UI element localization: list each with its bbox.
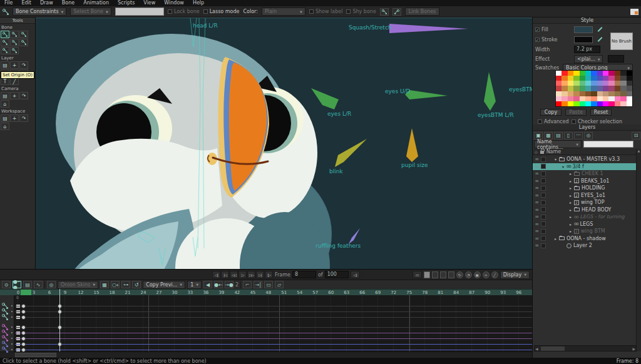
expand-arrow-icon[interactable]: ▸ bbox=[570, 208, 574, 212]
translate-bone-icon[interactable] bbox=[10, 31, 19, 38]
bind-layer-icon[interactable] bbox=[19, 39, 28, 46]
keyframe[interactable] bbox=[21, 325, 26, 330]
layer-animated-visibility-icon[interactable]: ∞ bbox=[533, 221, 541, 227]
palette-swatch[interactable] bbox=[568, 91, 573, 96]
palette-swatch[interactable] bbox=[568, 71, 573, 76]
palette-swatch[interactable] bbox=[585, 101, 591, 106]
palette-swatch[interactable] bbox=[556, 71, 562, 76]
expand-arrow-icon[interactable]: ▸ bbox=[570, 222, 574, 226]
keyframe[interactable] bbox=[21, 315, 26, 320]
roll-camera-icon[interactable]: ↷ bbox=[19, 92, 28, 99]
copy-previous-dropdown[interactable]: Copy Previ...▼ bbox=[143, 281, 185, 289]
palette-swatch[interactable] bbox=[556, 76, 562, 81]
layer-checkbox[interactable] bbox=[541, 229, 546, 234]
follow-path-icon[interactable]: ↷ bbox=[19, 61, 28, 69]
layer-animated-visibility-icon[interactable]: ∞ bbox=[533, 207, 541, 213]
shy-bone-checkbox[interactable]: Shy bone bbox=[346, 9, 376, 14]
palette-swatch[interactable] bbox=[562, 86, 567, 91]
palette-swatch[interactable] bbox=[627, 101, 632, 106]
play-reverse-loop-button[interactable]: ◁| bbox=[212, 271, 220, 278]
layer-row[interactable]: ∞▸HOLDING bbox=[533, 185, 637, 192]
width-field[interactable]: 7.2 px bbox=[574, 46, 600, 53]
palette-swatch[interactable] bbox=[603, 86, 608, 91]
expand-arrow-icon[interactable]: ▸ bbox=[570, 193, 574, 198]
stroke-color-swatch[interactable] bbox=[574, 36, 593, 43]
filter-mode-dropdown[interactable]: Name contains...▼ bbox=[534, 140, 582, 148]
edit-mode-icon[interactable]: ╱ bbox=[491, 271, 498, 278]
menu-view[interactable]: View bbox=[139, 0, 160, 6]
palette-swatch[interactable] bbox=[620, 91, 626, 96]
palette-swatch[interactable] bbox=[615, 101, 620, 106]
palette-swatch[interactable] bbox=[573, 76, 579, 81]
layers-horizontal-scrollbar[interactable]: ◀▶ bbox=[534, 345, 637, 351]
layer-row[interactable]: ∞▾OONA - MASTER v3.3 bbox=[533, 156, 637, 163]
palette-swatch[interactable] bbox=[603, 81, 608, 86]
layer-animated-visibility-icon[interactable]: ∞ bbox=[533, 178, 541, 184]
palette-swatch[interactable] bbox=[597, 71, 603, 76]
palette-swatch[interactable] bbox=[580, 81, 585, 86]
scroll-left-icon[interactable]: ◀ bbox=[535, 346, 538, 351]
palette-swatch[interactable] bbox=[573, 81, 579, 86]
play-button[interactable]: ▷ bbox=[238, 271, 247, 278]
layer-filter-input[interactable] bbox=[583, 141, 633, 148]
track-camera-icon[interactable]: ▤ bbox=[1, 92, 9, 99]
palette-swatch[interactable] bbox=[591, 86, 597, 91]
safe-frame-icon[interactable]: ▣ bbox=[474, 271, 481, 278]
mute-audio-icon[interactable]: ◁) bbox=[351, 271, 360, 278]
collapse-all-icon[interactable]: ⊡ bbox=[632, 132, 640, 139]
palette-swatch[interactable] bbox=[597, 76, 603, 81]
palette-swatch[interactable] bbox=[562, 91, 567, 96]
image-sequence-icon[interactable]: ▭ bbox=[264, 281, 273, 288]
palette-swatch[interactable] bbox=[591, 101, 597, 106]
palette-swatch[interactable] bbox=[562, 101, 567, 106]
palette-swatch[interactable] bbox=[573, 96, 579, 101]
keyframe[interactable] bbox=[21, 310, 26, 314]
advanced-checkbox[interactable]: Advanced bbox=[538, 119, 569, 124]
expand-arrow-icon[interactable]: ▸ bbox=[570, 229, 574, 233]
scale-bone-icon[interactable] bbox=[1, 39, 9, 46]
timeline-scrollbar[interactable] bbox=[0, 351, 532, 358]
palette-swatch[interactable] bbox=[591, 81, 597, 86]
layer-row[interactable]: ∞▾oo3/4 f bbox=[533, 163, 637, 171]
bone-name-field[interactable] bbox=[115, 8, 164, 16]
menu-draw[interactable]: Draw bbox=[36, 0, 58, 6]
palette-swatch[interactable] bbox=[627, 76, 632, 81]
palette-swatch[interactable] bbox=[608, 101, 614, 106]
palette-swatch[interactable] bbox=[603, 76, 608, 81]
stroke-checkbox[interactable]: ✓Stroke bbox=[535, 37, 558, 43]
select-bone-icon[interactable] bbox=[1, 31, 9, 38]
palette-swatch[interactable] bbox=[562, 96, 567, 101]
keyframe-frame0[interactable] bbox=[16, 310, 20, 313]
current-frame-field[interactable]: 8 bbox=[292, 271, 316, 278]
palette-swatch[interactable] bbox=[568, 76, 573, 81]
keyframe[interactable] bbox=[21, 348, 26, 352]
onion-view-icon[interactable]: ◔ bbox=[465, 271, 472, 278]
palette-swatch[interactable] bbox=[608, 96, 614, 101]
more-options-icon[interactable]: ··· bbox=[574, 132, 583, 139]
keyframe[interactable] bbox=[21, 342, 26, 346]
layer-animated-visibility-icon[interactable]: ∞ bbox=[533, 243, 541, 248]
expand-arrow-icon[interactable]: ▾ bbox=[562, 164, 567, 169]
palette-swatch[interactable] bbox=[585, 71, 591, 76]
palette-swatch[interactable] bbox=[568, 86, 573, 91]
menu-bone[interactable]: Bone bbox=[58, 0, 79, 6]
palette-swatch[interactable] bbox=[615, 96, 620, 101]
fill-color-swatch[interactable] bbox=[574, 26, 593, 33]
layer-row[interactable]: ∞▸2wing TOP bbox=[533, 199, 637, 206]
palette-swatch[interactable] bbox=[597, 101, 603, 106]
palette-swatch[interactable] bbox=[620, 96, 626, 101]
bone-eyes-lr[interactable] bbox=[311, 88, 339, 109]
keyframe[interactable] bbox=[21, 331, 26, 335]
layer-checkbox[interactable] bbox=[541, 193, 546, 198]
bone-ruffling-feathers[interactable] bbox=[349, 228, 360, 244]
palette-swatch[interactable] bbox=[608, 81, 614, 86]
scrollbar-thumb[interactable] bbox=[15, 353, 56, 357]
palette-swatch[interactable] bbox=[627, 86, 632, 91]
layer-checkbox[interactable] bbox=[541, 178, 546, 183]
loop-icon[interactable]: ∞ bbox=[483, 271, 490, 278]
expand-arrow-icon[interactable]: ▸ bbox=[570, 179, 574, 183]
layer-row[interactable]: ∞▸OONA - shadow bbox=[533, 235, 637, 243]
timeline-tracks[interactable]: 0 bbox=[0, 295, 532, 351]
keyframe-frame0[interactable] bbox=[16, 348, 20, 351]
menu-animation[interactable]: Animation bbox=[79, 0, 113, 6]
